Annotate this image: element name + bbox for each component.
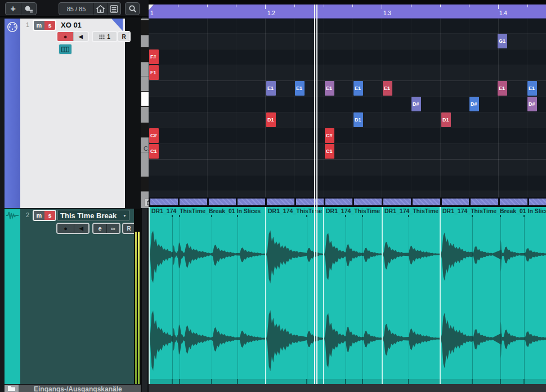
track1-edit-inplace-button[interactable] <box>59 44 72 55</box>
track1-read-automation-button[interactable]: R <box>118 32 129 41</box>
track-audio-thistimebreak[interactable]: 2 m s This Time Break ▼ ● ◀ e ∞ <box>5 209 141 384</box>
track2-read-automation-button[interactable]: R <box>123 224 135 233</box>
record-icon: ● <box>64 225 68 232</box>
track1-name[interactable]: XO 01 <box>61 21 82 29</box>
track2-rec-mon-group: ● ◀ <box>56 223 89 234</box>
slice-line[interactable] <box>172 215 173 379</box>
slice-line[interactable] <box>362 215 363 379</box>
track1-mute-solo: m s <box>33 20 56 31</box>
track2-mute-button[interactable]: m <box>34 211 44 220</box>
ruler-tick <box>440 4 441 7</box>
audio-waveform <box>383 207 440 384</box>
track2-record-button[interactable]: ● <box>57 224 74 233</box>
use-track-preset-button[interactable] <box>21 3 37 15</box>
midi-note[interactable]: E1 <box>527 81 537 96</box>
midi-note[interactable]: E1 <box>325 81 334 96</box>
track2-solo-button[interactable]: s <box>44 211 55 220</box>
track2-panel: 2 m s This Time Break ▼ ● ◀ e ∞ <box>20 209 134 384</box>
ruler-tick <box>265 4 266 9</box>
midi-note[interactable]: C1 <box>325 144 334 159</box>
audio-clip[interactable]: DR1_174_ThisTime_ <box>382 207 440 384</box>
speaker-icon: ◀ <box>79 226 83 231</box>
slice-line[interactable] <box>180 215 180 379</box>
midi-note[interactable]: D1 <box>441 112 451 127</box>
midi-note[interactable]: E1 <box>266 81 276 96</box>
meter-bar-left <box>135 232 137 384</box>
pitch-lane <box>149 191 546 197</box>
slice-line[interactable] <box>346 215 346 379</box>
slice-line[interactable] <box>500 215 501 379</box>
io-folder-track-icon-cell[interactable] <box>5 385 19 392</box>
ruler-tick <box>324 4 324 7</box>
audio-clip[interactable]: DR1_174_ThisTime_ <box>323 207 382 384</box>
audio-waveform <box>441 207 546 384</box>
midi-note[interactable]: F# <box>149 49 159 64</box>
io-folder-track-row[interactable]: Eingangs-/Ausgangskanäle <box>19 385 141 392</box>
keyboard-icon <box>61 47 69 52</box>
midi-note[interactable]: E1 <box>498 81 507 96</box>
track1-drum-map-button[interactable]: 1 <box>93 32 117 41</box>
track1-drummap-group: 1 <box>92 31 118 42</box>
midi-note[interactable]: C# <box>325 128 334 143</box>
slice-line[interactable] <box>472 215 473 379</box>
slice-line[interactable] <box>307 215 307 379</box>
add-track-group: + <box>5 2 37 15</box>
track2-link-button[interactable]: ∞ <box>106 224 119 233</box>
event-display: 11.21.31.4 F#F1C#C1E1D1E1E1C#C1E1D1E1D#D… <box>149 0 546 392</box>
pitch-lane <box>149 80 546 96</box>
audio-clip[interactable]: DR1_174_ThisTime_Break_01 In Slices <box>440 207 546 384</box>
track2-edit-channel-button[interactable]: e <box>93 224 106 233</box>
track1-number: 1 <box>26 21 29 28</box>
add-track-button[interactable]: + <box>6 3 21 15</box>
slice-line[interactable] <box>212 215 212 379</box>
ruler-label: 1.3 <box>383 10 391 16</box>
audio-clip[interactable]: DR1_174_ThisTime_Break_01 In Slices <box>149 207 265 384</box>
audio-event-display[interactable]: DR1_174_ThisTime_Break_01 In SlicesDR1_1… <box>149 207 546 384</box>
midi-note[interactable]: G1 <box>498 34 507 48</box>
ruler-label: 1.4 <box>499 10 507 16</box>
midi-note[interactable]: D1 <box>266 112 276 127</box>
track1-monitor-button[interactable]: ◀ <box>73 32 88 41</box>
track1-rec-mon-group: ● ◀ <box>56 31 89 42</box>
track-list-button[interactable] <box>108 3 120 15</box>
track1-mute-button[interactable]: m <box>34 21 44 30</box>
infinity-icon: ∞ <box>111 225 115 232</box>
track1-solo-button[interactable]: s <box>44 21 55 30</box>
below-audio-area <box>149 384 546 392</box>
pitch-lane <box>149 33 546 49</box>
slice-line[interactable] <box>524 215 525 379</box>
slice-line[interactable] <box>409 215 409 379</box>
track2-number: 2 <box>26 211 29 218</box>
home-button[interactable] <box>93 3 107 15</box>
playhead-cursor[interactable] <box>314 4 317 384</box>
pitch-lane <box>149 112 546 128</box>
midi-note[interactable]: E1 <box>383 81 392 96</box>
track-midi-xo01[interactable]: 1 m s XO 01 ● ◀ <box>5 19 141 208</box>
midi-note[interactable]: E1 <box>295 81 305 96</box>
slice-line[interactable] <box>238 215 238 379</box>
io-folder-track-label: Eingangs-/Ausgangskanäle <box>34 385 122 392</box>
track1-panel: 1 m s XO 01 ● ◀ <box>20 19 125 208</box>
midi-note[interactable]: C1 <box>149 144 159 159</box>
midi-note[interactable]: D# <box>527 97 537 111</box>
midi-note[interactable]: D# <box>469 97 479 111</box>
midi-note[interactable]: D# <box>411 97 421 111</box>
part-start-flag[interactable] <box>149 4 154 10</box>
midi-note-display[interactable]: F#F1C#C1E1D1E1E1C#C1E1D1E1D#D1D#G1E1E1D# <box>149 19 546 197</box>
midi-note[interactable]: D1 <box>353 112 363 127</box>
track1-record-button[interactable]: ● <box>57 32 73 41</box>
visibility-group: 85 / 85 <box>59 2 121 15</box>
pitch-lane <box>149 65 546 80</box>
track1-read-group: R <box>117 31 131 42</box>
slice-segment-strip[interactable] <box>149 197 546 207</box>
chevron-down-icon[interactable]: ▼ <box>123 214 127 218</box>
find-track-button[interactable] <box>126 3 139 15</box>
track2-name-field[interactable]: This Time Break ▼ <box>57 210 129 221</box>
track2-monitor-button[interactable]: ◀ <box>74 224 88 233</box>
midi-note[interactable]: F1 <box>149 65 159 80</box>
midi-note[interactable]: E1 <box>353 81 363 96</box>
midi-note[interactable]: C# <box>149 128 159 143</box>
timeline-ruler[interactable]: 11.21.31.4 <box>149 4 546 19</box>
record-icon: ● <box>64 33 68 40</box>
zoom-group <box>125 2 140 15</box>
